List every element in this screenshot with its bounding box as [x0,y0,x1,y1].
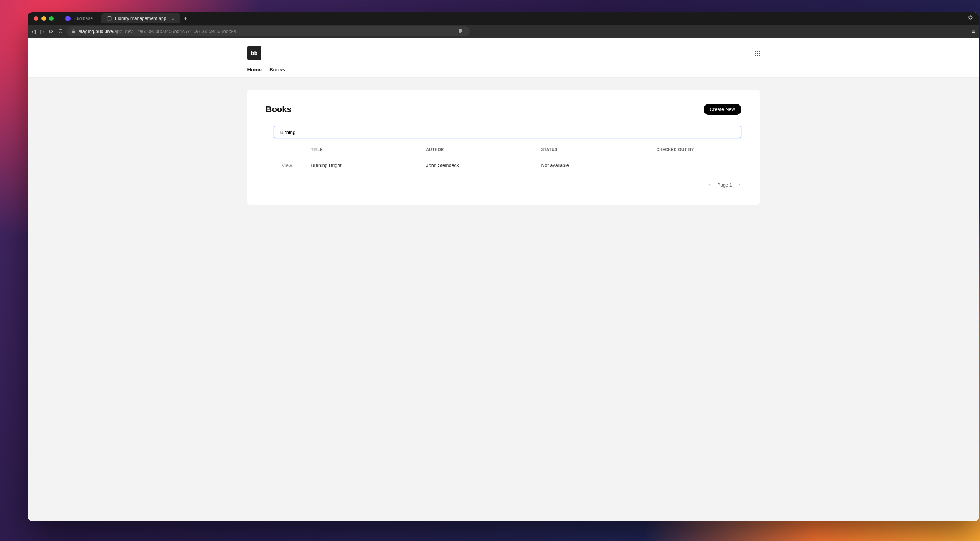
cell-author: John Steinbeck [423,156,538,175]
shield-icon[interactable] [455,28,465,35]
col-header-checked-out-by: CHECKED OUT BY [653,144,741,156]
table-header-row: TITLE AUTHOR STATUS CHECKED OUT BY [266,144,741,156]
col-header-title: TITLE [308,144,423,156]
new-tab-button[interactable]: + [180,15,191,22]
cell-status: Not available [538,156,653,175]
back-button[interactable]: ◁ [31,28,36,35]
search-input[interactable] [274,126,741,138]
app-logo[interactable]: bb [247,46,261,60]
maximize-window-button[interactable] [49,16,54,21]
browser-tabbar: Budibase Library management app × + [28,12,979,25]
browser-toolbar: ◁ ▷ ⟳ staging.budi.live/app_dev_1fa65096… [28,25,979,38]
browser-tab-library-app[interactable]: Library management app × [101,13,180,23]
browser-extension-icon[interactable] [968,15,976,22]
app-logo-text: bb [251,50,257,56]
window-traffic-lights [31,16,57,21]
close-window-button[interactable] [34,16,38,21]
separator [239,29,239,34]
nav-link-home[interactable]: Home [247,67,262,73]
url-host: staging.budi.live [79,29,113,34]
close-tab-icon[interactable]: × [172,16,175,22]
browser-tab-budibase[interactable]: Budibase [60,13,98,23]
forward-button[interactable]: ▷ [40,28,45,35]
browser-menu-button[interactable]: ≡ [972,28,975,35]
card-header: Books Create New [266,104,741,115]
url-path: /app_dev_1fa65096b850455bb4c5715a7565595… [113,29,236,34]
pagination: Page 1 [266,182,741,188]
cell-checked-out-by [653,156,741,175]
pagination-label: Page 1 [717,182,732,188]
table-row: View Burning Bright John Steinbeck Not a… [266,156,741,175]
lock-icon [71,29,76,34]
books-table: TITLE AUTHOR STATUS CHECKED OUT BY View … [266,144,741,175]
tab-title: Budibase [74,16,93,21]
url-bar-area: staging.budi.live/app_dev_1fa65096b85045… [58,26,967,36]
app-header: bb Home Books [28,38,979,78]
url-text: staging.budi.live/app_dev_1fa65096b85045… [79,29,236,34]
app-switcher-icon[interactable] [755,51,760,56]
app-viewport: bb Home Books Books Create New [28,38,979,521]
col-header-status: STATUS [538,144,653,156]
col-header-author: AUTHOR [423,144,538,156]
chevron-right-icon[interactable] [737,182,741,188]
address-bar[interactable]: staging.budi.live/app_dev_1fa65096b85045… [67,26,470,36]
loading-spinner-icon [107,16,112,21]
reload-button[interactable]: ⟳ [49,28,54,35]
chevron-left-icon[interactable] [708,182,712,188]
col-header-action [266,144,308,156]
favicon-icon [65,16,71,21]
minimize-window-button[interactable] [41,16,46,21]
app-nav: Home Books [247,67,760,77]
nav-link-books[interactable]: Books [269,67,285,73]
books-card: Books Create New TITLE AUTHOR STATUS CHE… [247,90,760,205]
page-title: Books [266,104,292,114]
browser-window: Budibase Library management app × + ◁ ▷ … [28,12,979,521]
bookmark-icon[interactable] [58,28,63,35]
cell-title: Burning Bright [308,156,423,175]
create-new-button[interactable]: Create New [704,104,741,115]
tab-title: Library management app [115,16,166,21]
view-link[interactable]: View [282,163,292,168]
